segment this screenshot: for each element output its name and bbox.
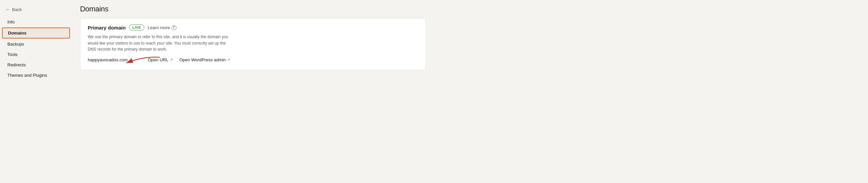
sidebar-item-themes-plugins[interactable]: Themes and Plugins (2, 70, 70, 80)
sidebar-item-backups[interactable]: Backups (2, 39, 70, 49)
sidebar-item-domains[interactable]: Domains (2, 28, 70, 38)
domains-card: Primary domain LIVE Learn more ? We use … (80, 18, 426, 70)
external-link-icon-2: ↗ (227, 58, 230, 62)
open-admin-label: Open WordPress admin (180, 57, 226, 62)
info-circle-icon: ? (172, 25, 177, 30)
domain-row: happyavocados.com Open URL (88, 57, 418, 62)
sidebar-item-tools-label: Tools (7, 52, 18, 57)
domain-actions: Open URL ↗ Open WordPress admin ↗ (148, 57, 230, 62)
sidebar-item-info-label: Info (7, 20, 15, 25)
sidebar-item-domains-label: Domains (8, 30, 27, 35)
learn-more-label: Learn more (148, 25, 170, 30)
back-label: Back (12, 7, 22, 12)
external-link-icon: ↗ (170, 58, 173, 62)
learn-more-link[interactable]: Learn more ? (148, 25, 176, 30)
sidebar: ← Back Info Domains Backups Tools Redire… (0, 0, 72, 92)
sidebar-item-redirects[interactable]: Redirects (2, 60, 70, 70)
sidebar-item-info[interactable]: Info (2, 17, 70, 27)
sidebar-item-tools[interactable]: Tools (2, 50, 70, 59)
back-arrow-icon: ← (5, 7, 10, 12)
main-content: Domains Primary domain LIVE Learn more ?… (72, 0, 434, 92)
sidebar-item-themes-plugins-label: Themes and Plugins (7, 73, 47, 78)
card-description: We use the primary domain to refer to th… (88, 34, 228, 53)
sidebar-item-redirects-label: Redirects (7, 62, 26, 67)
sidebar-nav: Info Domains Backups Tools Redirects The… (0, 17, 72, 81)
card-header: Primary domain LIVE Learn more ? (88, 25, 418, 30)
open-admin-link[interactable]: Open WordPress admin ↗ (180, 57, 230, 62)
open-url-link[interactable]: Open URL ↗ (148, 57, 173, 62)
page-title: Domains (80, 5, 426, 13)
live-badge: LIVE (129, 25, 144, 30)
sidebar-item-backups-label: Backups (7, 41, 24, 47)
back-button[interactable]: ← Back (0, 5, 72, 17)
domain-name: happyavocados.com (88, 57, 128, 62)
card-title: Primary domain (88, 25, 126, 30)
open-url-label: Open URL (148, 57, 168, 62)
